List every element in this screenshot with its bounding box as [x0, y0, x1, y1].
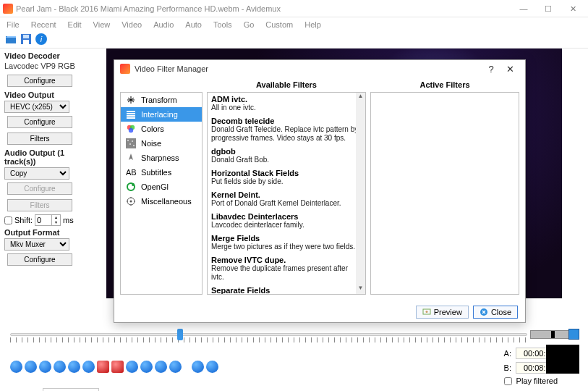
menu-custom[interactable]: Custom [262, 19, 297, 30]
available-filters-list: ADM ivtc.All in one ivtc.Decomb telecide… [207, 92, 366, 295]
scroll-down-icon[interactable]: ▼ [356, 285, 365, 294]
save-icon[interactable] [20, 33, 33, 47]
video-output-combo[interactable]: HEVC (x265) [4, 101, 69, 113]
category-transform[interactable]: Transform [121, 93, 202, 107]
svg-rect-14 [132, 140, 133, 142]
play-filtered-checkbox[interactable] [504, 377, 512, 385]
filter-item[interactable]: Remove IVTC dupe.Remove the duplicate fr… [211, 256, 362, 282]
category-sharpness[interactable]: Sharpness [121, 151, 202, 165]
video-output-configure-button[interactable]: Configure [7, 116, 72, 128]
category-interlacing[interactable]: Interlacing [121, 107, 202, 122]
play-button[interactable] [10, 361, 22, 373]
close-button[interactable]: Close [473, 306, 518, 319]
menubar: File Recent Edit View Video Audio Auto T… [0, 17, 588, 31]
svg-point-21 [130, 201, 132, 203]
menu-video[interactable]: Video [118, 19, 145, 30]
audio-shift-label: Shift: [14, 216, 33, 224]
dialog-close-x-button[interactable]: ✕ [500, 64, 519, 75]
set-marker-b-button[interactable] [111, 361, 124, 373]
filter-description: Lavcodec deinterlacer family. [211, 221, 362, 230]
timeline[interactable] [10, 326, 578, 343]
menu-edit[interactable]: Edit [64, 19, 85, 30]
maximize-button[interactable]: ☐ [536, 1, 561, 16]
category-subtitles[interactable]: ABCSubtitles [121, 165, 202, 180]
category-colors[interactable]: Colors [121, 122, 202, 136]
audio-shift-spinner[interactable]: 0▴▾ [35, 214, 61, 226]
menu-audio[interactable]: Audio [150, 19, 177, 30]
menu-help[interactable]: Help [301, 19, 325, 30]
filter-item[interactable]: Merge FieldsMerge two pictures as if the… [211, 234, 362, 251]
filter-item[interactable]: Kernel Deint.Port of Donald Graft Kernel… [211, 190, 362, 208]
minimize-button[interactable]: — [511, 1, 536, 16]
status-row: Time: 00:03:12.225 / 00:08:34.047 Frame … [16, 388, 582, 391]
goto-marker-b-button[interactable] [206, 361, 218, 373]
prev-keyframe-button[interactable] [68, 361, 80, 373]
set-marker-a-button[interactable] [97, 361, 109, 373]
next-keyframe-button[interactable] [82, 361, 95, 373]
available-filters-heading: Available Filters [207, 77, 366, 92]
category-label: OpenGl [141, 182, 169, 191]
svg-point-23 [425, 311, 427, 313]
filter-item[interactable]: ADM ivtc.All in one ivtc. [211, 95, 362, 112]
video-decoder-configure-button[interactable]: Configure [7, 75, 72, 87]
current-time[interactable]: 00:03:12.225 [43, 388, 99, 391]
audio-output-filters-button[interactable]: Filters [7, 199, 72, 211]
filter-item[interactable]: Decomb telecideDonald Graft Telecide. Re… [211, 117, 362, 143]
svg-rect-8 [127, 117, 135, 119]
filters-scrollbar[interactable]: ▲ ▼ [356, 93, 365, 294]
svg-rect-1 [23, 35, 29, 38]
category-label: Interlacing [141, 110, 178, 119]
filter-name: Decomb telecide [211, 117, 362, 125]
output-format-configure-button[interactable]: Configure [7, 253, 72, 266]
next-black-button[interactable] [140, 361, 153, 373]
menu-file[interactable]: File [3, 19, 23, 30]
next-frame-button[interactable] [54, 361, 66, 373]
menu-tools[interactable]: Tools [210, 19, 236, 30]
filter-item[interactable]: dgbobDonald Graft Bob. [211, 147, 362, 164]
filter-item[interactable]: Separate FieldsSplit each image into 2 f… [211, 286, 362, 295]
filter-name: ADM ivtc. [211, 95, 362, 104]
stop-button[interactable] [25, 361, 37, 373]
goto-end-button[interactable] [169, 361, 182, 373]
dialog-help-button[interactable]: ? [482, 64, 500, 75]
filter-item[interactable]: Libavdec DeinterlacersLavcodec deinterla… [211, 212, 362, 230]
filter-name: Libavdec Deinterlacers [211, 212, 362, 221]
svg-point-11 [129, 128, 133, 133]
audio-output-combo[interactable]: Copy [4, 167, 69, 180]
open-icon[interactable] [4, 33, 17, 47]
timeline-knob[interactable] [177, 329, 183, 340]
goto-marker-a-button[interactable] [192, 361, 204, 373]
window-title: Pearl Jam - Black 2016 Miami Amazing Per… [16, 4, 511, 13]
filter-item[interactable]: Horizontal Stack FieldsPut fields side b… [211, 169, 362, 186]
filter-name: Separate Fields [211, 286, 362, 295]
close-window-button[interactable]: ✕ [561, 1, 585, 16]
menu-auto[interactable]: Auto [182, 19, 205, 30]
audio-output-heading: Audio Output (1 track(s)) [4, 148, 75, 166]
svg-rect-6 [127, 113, 135, 114]
video-filter-manager-dialog: Video Filter Manager ? ✕ . TransformInte… [114, 59, 526, 323]
category-noise[interactable]: Noise [121, 136, 202, 151]
output-format-heading: Output Format [4, 228, 75, 237]
scroll-up-icon[interactable]: ▲ [356, 93, 365, 102]
filter-description: All in one ivtc. [211, 104, 362, 112]
goto-start-button[interactable] [155, 361, 167, 373]
output-format-combo[interactable]: Mkv Muxer [4, 238, 69, 251]
preview-button[interactable]: Preview [416, 306, 469, 319]
audio-shift-unit: ms [63, 216, 74, 224]
audio-shift-checkbox[interactable] [4, 216, 12, 224]
filter-name: Remove IVTC dupe. [211, 256, 362, 264]
video-decoder-value: Lavcodec VP9 RGB [4, 62, 75, 70]
category-miscellaneous[interactable]: Miscellaneous [121, 194, 202, 209]
prev-frame-button[interactable] [39, 361, 51, 373]
prev-black-button[interactable] [126, 361, 138, 373]
category-opengl[interactable]: OpenGl [121, 180, 202, 194]
audio-output-configure-button[interactable]: Configure [7, 182, 72, 195]
video-output-filters-button[interactable]: Filters [7, 133, 72, 145]
info-icon[interactable]: i [35, 33, 48, 47]
menu-view[interactable]: View [90, 19, 114, 30]
thumbnail-marker[interactable] [568, 329, 579, 340]
category-label: Transform [141, 96, 177, 104]
menu-go[interactable]: Go [240, 19, 258, 30]
menu-recent[interactable]: Recent [27, 19, 60, 30]
filter-description: Donald Graft Telecide. Replace ivtc patt… [211, 125, 362, 143]
